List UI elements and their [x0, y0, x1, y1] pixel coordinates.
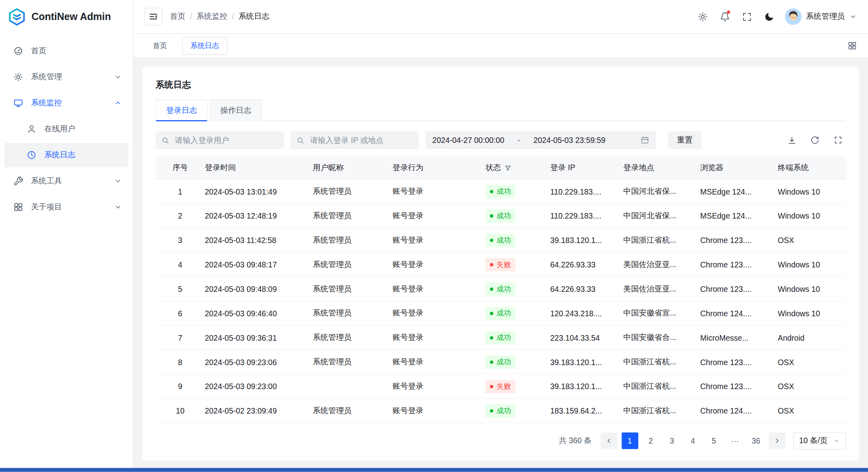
settings-button[interactable] [693, 7, 712, 26]
cell-location: 中国安徽省合... [623, 325, 700, 350]
cell-ip: 223.104.33.54 [550, 325, 623, 350]
dark-mode-button[interactable] [760, 7, 778, 26]
cell-index: 9 [156, 374, 205, 398]
sidebar-item-home[interactable]: 首页 [4, 39, 128, 63]
chevron-right-icon [773, 437, 781, 444]
filter-toolbar: 2024-04-27 00:00:00 - 2024-05-03 23:59:5… [156, 131, 846, 149]
chevron-down-icon [114, 177, 122, 185]
breadcrumb: 首页 / 系统监控 / 系统日志 [170, 12, 270, 22]
notifications-button[interactable] [715, 7, 734, 26]
wrench-icon [13, 176, 23, 186]
sidebar-item-label: 在线用户 [44, 124, 122, 134]
app-logo[interactable]: ContiNew Admin [0, 0, 133, 33]
table-fullscreen-button[interactable] [830, 133, 846, 148]
user-name: 系统管理员 [806, 12, 845, 22]
breadcrumb-system-monitor[interactable]: 系统监控 [196, 12, 227, 22]
pagination-ellipsis[interactable]: ··· [727, 432, 743, 449]
status-badge: 成功 [485, 185, 515, 198]
sidebar-item-about[interactable]: 关于项目 [4, 195, 128, 219]
cell-browser: Chrome 124.... [700, 301, 778, 325]
table-row: 4 2024-05-03 09:48:17 系统管理员 账号登录 失败 64.2… [156, 252, 846, 277]
cell-status: 成功 [485, 398, 550, 423]
page-size-select[interactable]: 10 条/页 [793, 432, 846, 450]
cell-nickname: 系统管理员 [313, 277, 393, 301]
sidebar-item-system-monitor[interactable]: 系统监控 [4, 91, 128, 115]
tab-system-logs[interactable]: 系统日志 [182, 37, 227, 54]
sidebar-menu: 首页 系统管理 系统监控 在线用户 系统日志 系统工具 [0, 33, 133, 225]
cell-index: 5 [156, 277, 205, 301]
status-badge: 成功 [485, 307, 515, 320]
login-ip-search[interactable] [291, 131, 419, 149]
refresh-icon [810, 136, 819, 145]
cell-login-time: 2024-05-03 09:23:06 [205, 350, 313, 374]
menu-collapse-button[interactable] [144, 8, 162, 25]
pagination-page-3[interactable]: 3 [664, 432, 680, 449]
cell-nickname: 系统管理员 [313, 350, 393, 374]
breadcrumb-home[interactable]: 首页 [170, 12, 186, 22]
fullscreen-button[interactable] [738, 7, 756, 26]
status-badge: 成功 [485, 233, 515, 247]
user-menu[interactable]: 系统管理员 [785, 8, 857, 25]
col-ip: 登录 IP [550, 157, 623, 179]
pagination-page-2[interactable]: 2 [643, 432, 659, 449]
cell-login-time: 2024-05-03 09:48:09 [205, 277, 313, 301]
search-icon [161, 136, 170, 145]
date-end-value: 2024-05-03 23:59:59 [533, 136, 605, 145]
cell-behavior: 账号登录 [393, 301, 485, 325]
sidebar-item-label: 系统监控 [31, 98, 106, 108]
app-title: ContiNew Admin [32, 11, 111, 22]
date-range-picker[interactable]: 2024-04-27 00:00:00 - 2024-05-03 23:59:5… [426, 131, 656, 149]
pagination-page-5[interactable]: 5 [706, 432, 722, 449]
pagination-page-36[interactable]: 36 [748, 432, 764, 449]
chevron-down-icon [114, 73, 122, 81]
table-row: 8 2024-05-03 09:23:06 系统管理员 账号登录 成功 39.1… [156, 350, 846, 374]
login-user-search[interactable] [156, 131, 284, 149]
tab-operation-logs[interactable]: 操作日志 [210, 100, 262, 121]
pagination-page-1[interactable]: 1 [621, 432, 638, 449]
calendar-icon [640, 136, 649, 145]
status-badge: 成功 [485, 355, 515, 368]
sidebar-item-online-users[interactable]: 在线用户 [4, 117, 128, 141]
pagination-page-4[interactable]: 4 [685, 432, 701, 449]
table-row: 1 2024-05-03 13:01:49 系统管理员 账号登录 成功 110.… [156, 179, 846, 203]
cell-os: OSX [778, 398, 847, 423]
login-user-input[interactable] [174, 135, 278, 145]
notification-dot [727, 10, 730, 14]
cell-login-time: 2024-05-02 23:09:49 [205, 398, 313, 423]
gear-icon [13, 72, 23, 82]
cell-status: 成功 [485, 228, 550, 252]
tab-label: 登录日志 [166, 106, 197, 116]
pagination-next-button[interactable] [769, 432, 785, 449]
col-status-label: 状态 [485, 163, 501, 173]
chevron-up-icon [114, 99, 122, 107]
sidebar-item-system-logs[interactable]: 系统日志 [4, 143, 128, 167]
cell-location: 美国佐治亚亚... [623, 252, 700, 277]
cell-ip: 39.183.120.1... [550, 350, 623, 374]
login-ip-input[interactable] [309, 135, 413, 145]
login-logs-table: 序号 登录时间 用户昵称 登录行为 状态 登录 IP 登录 [156, 157, 846, 423]
cell-login-time: 2024-05-03 11:42:58 [205, 228, 313, 252]
system-logs-card: 系统日志 登录日志 操作日志 [142, 67, 859, 461]
table-row: 7 2024-05-03 09:36:31 系统管理员 账号登录 成功 223.… [156, 325, 846, 350]
cell-nickname: 系统管理员 [313, 398, 393, 423]
download-button[interactable] [784, 133, 800, 148]
cell-browser: MicroMesse... [700, 325, 778, 350]
reset-button[interactable]: 重置 [668, 131, 702, 149]
col-behavior: 登录行为 [393, 157, 485, 179]
table-row: 5 2024-05-03 09:48:09 系统管理员 账号登录 成功 64.2… [156, 277, 846, 301]
cell-login-time: 2024-05-03 09:36:31 [205, 325, 313, 350]
cell-browser: Chrome 123.... [700, 228, 778, 252]
sidebar-item-system-tools[interactable]: 系统工具 [4, 169, 128, 193]
pagination-prev-button[interactable] [600, 432, 617, 449]
status-filter-icon[interactable] [504, 164, 511, 171]
cell-behavior: 账号登录 [393, 252, 485, 277]
sidebar-item-system-management[interactable]: 系统管理 [4, 65, 128, 89]
tab-home[interactable]: 首页 [144, 37, 175, 54]
refresh-button[interactable] [807, 133, 823, 148]
cell-location: 中国河北省保... [623, 179, 700, 203]
tab-login-logs[interactable]: 登录日志 [156, 100, 208, 121]
col-login-time: 登录时间 [205, 157, 313, 179]
pagination: 共 360 条 1 2 3 4 5 ··· 36 10 条/页 [156, 432, 846, 450]
tab-layout-grid-icon[interactable] [848, 41, 857, 50]
sidebar-item-label: 系统管理 [31, 72, 106, 82]
